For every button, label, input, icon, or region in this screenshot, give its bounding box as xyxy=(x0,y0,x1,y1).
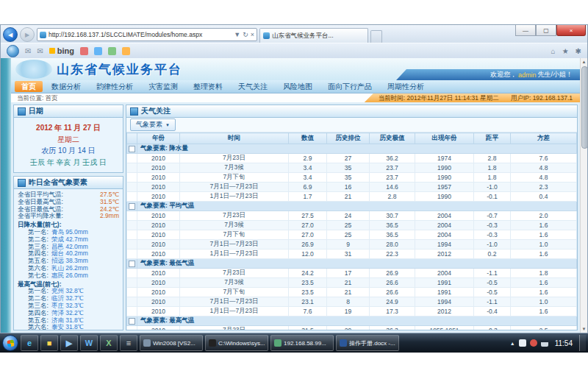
table-cell: 1.8 xyxy=(474,163,511,173)
stat-row: 全省平均降水量:2.9mm xyxy=(18,213,119,220)
group-checkbox[interactable] xyxy=(129,146,135,152)
table-cell: 12.0 xyxy=(289,250,327,259)
table-cell: 28.0 xyxy=(370,240,415,250)
minimize-button[interactable]: — xyxy=(515,25,536,36)
taskbar-clock[interactable]: 11:54 xyxy=(552,339,576,347)
site-favicon-icon xyxy=(40,32,46,38)
sidebar: 日期 2012 年 11 月 27 日 星期二 农历 10 月 14 日 壬辰 … xyxy=(13,105,123,330)
taskbar-window-remote-window[interactable]: 192.168.58.99... xyxy=(270,335,334,351)
table-cell: 2010 xyxy=(137,211,180,221)
row-lead-cell xyxy=(127,278,137,288)
group-checkbox-cell xyxy=(127,144,137,154)
taskbar-icon-word[interactable]: W xyxy=(80,335,98,351)
taskbar-window-cmd-window[interactable]: C:\Windows\sys... xyxy=(205,335,268,351)
group-checkbox[interactable] xyxy=(129,261,135,267)
table-cell: 22.3 xyxy=(370,250,415,259)
table-cell: 24.2 xyxy=(289,269,327,278)
table-row: 20107月1日—7月23日26.9928.01994-1.01.0 xyxy=(127,240,577,250)
page-title: 山东省气候业务平台 xyxy=(57,61,182,78)
column-header: 历史极值 xyxy=(370,133,415,144)
network-icon[interactable] xyxy=(541,339,548,347)
table-row: 20101月1日—7月23日1.7212.81990-0.10.4 xyxy=(127,192,577,202)
table-cell: 26.9 xyxy=(370,269,415,278)
nav-item-disaster-monitor[interactable]: 灾害监测 xyxy=(142,81,184,92)
table-cell: 4.8 xyxy=(511,163,577,173)
browser-tab[interactable]: 山东省气候业务平台... xyxy=(259,28,368,43)
toolbar-extension-1-icon[interactable] xyxy=(80,47,88,55)
taskbar-icon-notepad[interactable]: ≡ xyxy=(120,335,137,351)
group-checkbox[interactable] xyxy=(129,203,135,210)
taskbar-window-word-doc-window[interactable]: 操作手册.docx -... xyxy=(336,335,399,351)
refresh-icon[interactable]: ↻ xyxy=(243,31,248,38)
nav-item-data-analysis[interactable]: 数据分析 xyxy=(45,81,87,92)
toolbar-extension-2-icon[interactable] xyxy=(94,47,102,55)
table-cell: 7月下旬 xyxy=(180,288,289,297)
table-row: 20107月下旬23.52126.61991-0.51.6 xyxy=(127,288,577,297)
table-cell: 21 xyxy=(327,192,370,202)
table-cell: 23.1 xyxy=(289,297,327,307)
nav-item-rhythm-analysis[interactable]: 韵律性分析 xyxy=(90,81,140,92)
stop-icon[interactable]: × xyxy=(251,31,254,38)
favorites-star-icon[interactable]: ★ xyxy=(562,47,569,55)
taskbar-icon-excel[interactable]: X xyxy=(100,335,118,351)
start-button[interactable] xyxy=(2,335,18,351)
table-cell: 1.6 xyxy=(511,221,577,230)
lunar-date: 农历 10 月 14 日 xyxy=(15,145,121,157)
table-cell: 7月3候 xyxy=(180,221,289,230)
toolbar-extension-3-icon[interactable] xyxy=(108,47,116,55)
bing-logo[interactable]: bing xyxy=(49,46,74,55)
taskbar-icon-ie[interactable]: e xyxy=(21,335,38,351)
element-filter-button[interactable]: 气象要素 ▼ xyxy=(130,118,176,131)
table-cell: 1.6 xyxy=(511,307,577,316)
scrollbar-up-icon[interactable]: ▲ xyxy=(581,58,587,66)
table-row: 20107月23日31.52936.31955,1951-0.32.5 xyxy=(127,326,577,330)
nav-item-home[interactable]: 首页 xyxy=(15,81,43,92)
table-cell: 9 xyxy=(327,240,370,250)
nav-item-periodic-analysis[interactable]: 周期性分析 xyxy=(381,81,431,92)
window-app-icon xyxy=(274,339,282,347)
tray-expand-icon[interactable]: ▲ xyxy=(510,341,515,346)
tools-gear-icon[interactable]: ✱ xyxy=(576,47,581,55)
nav-item-data-compilation[interactable]: 整理资料 xyxy=(187,81,229,92)
table-cell: 17.3 xyxy=(370,307,415,316)
security-alert-icon[interactable] xyxy=(530,339,537,347)
close-button[interactable]: × xyxy=(556,25,586,36)
taskbar-icon-media-player[interactable]: ▶ xyxy=(60,335,78,351)
table-cell: 35 xyxy=(327,173,370,183)
mail-icon[interactable]: ✉ xyxy=(25,47,31,55)
page-scrollbar[interactable]: ▲ ▼ xyxy=(580,58,587,333)
username: admin xyxy=(518,71,537,79)
table-cell: 2010 xyxy=(137,307,180,316)
nav-item-weather-focus[interactable]: 天气关注 xyxy=(232,81,274,92)
address-dropdown-icon[interactable]: ▼ xyxy=(234,31,240,38)
toolbar-extension-4-icon[interactable] xyxy=(122,47,130,55)
browser-back-button[interactable]: ◀ xyxy=(3,27,18,42)
address-bar[interactable]: http://192.168.137.1/SLCCLIMATE/modules/… xyxy=(37,28,257,41)
table-cell: 36.2 xyxy=(370,154,415,163)
row-lead-cell xyxy=(127,297,137,307)
nav-item-downstream-products[interactable]: 面向下行产品 xyxy=(321,81,379,92)
nav-item-risk-map[interactable]: 风险地图 xyxy=(276,81,319,92)
date-panel-title: 日期 xyxy=(29,106,43,116)
column-header: 数值 xyxy=(289,133,327,144)
action-center-icon[interactable] xyxy=(519,339,526,347)
browser-forward-button[interactable]: ▶ xyxy=(20,27,35,42)
scrollbar-thumb[interactable] xyxy=(581,66,588,149)
mail-compose-icon[interactable]: ✉ xyxy=(37,47,43,55)
table-row: 20107月23日2.92736.219742.87.6 xyxy=(127,154,577,163)
show-desktop-button[interactable] xyxy=(579,335,586,351)
scrollbar-down-icon[interactable]: ▼ xyxy=(581,325,587,333)
group-checkbox[interactable] xyxy=(129,318,135,325)
taskbar-icon-explorer-folder[interactable]: ■ xyxy=(40,335,58,351)
group-checkbox-cell xyxy=(127,202,137,211)
table-cell: -0.5 xyxy=(474,288,511,297)
table-cell: 0.2 xyxy=(474,250,511,259)
new-tab-button[interactable] xyxy=(370,30,382,43)
taskbar-window-vm-window[interactable]: Win2008 [VS2... xyxy=(140,335,203,351)
content-area: 日期 2012 年 11 月 27 日 星期二 农历 10 月 14 日 壬辰 … xyxy=(11,102,580,333)
group-row: 气象要素: 最低气温 xyxy=(127,259,577,269)
home-icon[interactable]: ⌂ xyxy=(551,47,556,55)
weather-focus-panel: 天气关注 气象要素 ▼ xyxy=(126,105,578,330)
table-cell: 0.4 xyxy=(511,192,577,202)
maximize-button[interactable]: ▢ xyxy=(536,25,556,36)
